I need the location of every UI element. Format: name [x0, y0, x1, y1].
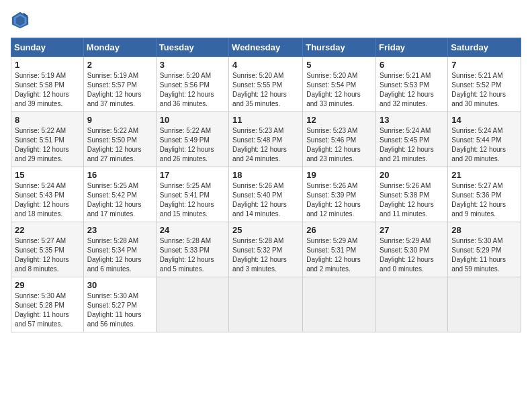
day-info: Sunrise: 5:25 AMSunset: 5:42 PMDaylight:…	[87, 181, 152, 219]
calendar-cell: 11Sunrise: 5:23 AMSunset: 5:48 PMDayligh…	[229, 112, 303, 167]
day-info: Sunrise: 5:22 AMSunset: 5:51 PMDaylight:…	[15, 126, 80, 164]
day-info: Sunrise: 5:26 AMSunset: 5:38 PMDaylight:…	[380, 181, 444, 219]
calendar-cell: 30Sunrise: 5:30 AMSunset: 5:27 PMDayligh…	[83, 277, 156, 332]
day-number: 29	[15, 280, 80, 290]
day-info: Sunrise: 5:30 AMSunset: 5:28 PMDaylight:…	[15, 291, 80, 329]
calendar-cell: 19Sunrise: 5:26 AMSunset: 5:39 PMDayligh…	[303, 167, 376, 222]
day-number: 20	[380, 170, 444, 180]
day-number: 26	[306, 225, 372, 235]
calendar-cell: 7Sunrise: 5:21 AMSunset: 5:52 PMDaylight…	[448, 57, 521, 112]
day-info: Sunrise: 5:21 AMSunset: 5:53 PMDaylight:…	[380, 71, 444, 109]
day-number: 22	[15, 225, 80, 235]
col-header-saturday: Saturday	[448, 38, 521, 57]
logo	[11, 11, 32, 30]
day-info: Sunrise: 5:27 AMSunset: 5:36 PMDaylight:…	[451, 181, 517, 219]
day-number: 13	[380, 115, 444, 125]
calendar-cell	[303, 277, 376, 332]
day-number: 1	[15, 60, 80, 70]
day-info: Sunrise: 5:19 AMSunset: 5:58 PMDaylight:…	[15, 71, 80, 109]
calendar-cell: 22Sunrise: 5:27 AMSunset: 5:35 PMDayligh…	[11, 222, 84, 277]
day-info: Sunrise: 5:22 AMSunset: 5:49 PMDaylight:…	[160, 126, 225, 164]
day-info: Sunrise: 5:25 AMSunset: 5:41 PMDaylight:…	[160, 181, 225, 219]
logo-icon	[11, 11, 30, 30]
day-info: Sunrise: 5:20 AMSunset: 5:54 PMDaylight:…	[306, 71, 372, 109]
day-number: 21	[451, 170, 517, 180]
col-header-friday: Friday	[376, 38, 448, 57]
day-number: 17	[160, 170, 225, 180]
calendar-cell	[448, 277, 521, 332]
col-header-thursday: Thursday	[303, 38, 376, 57]
calendar-cell: 21Sunrise: 5:27 AMSunset: 5:36 PMDayligh…	[448, 167, 521, 222]
calendar-cell: 3Sunrise: 5:20 AMSunset: 5:56 PMDaylight…	[156, 57, 228, 112]
calendar-cell: 12Sunrise: 5:23 AMSunset: 5:46 PMDayligh…	[303, 112, 376, 167]
day-number: 2	[87, 60, 152, 70]
day-info: Sunrise: 5:23 AMSunset: 5:46 PMDaylight:…	[306, 126, 372, 164]
calendar-cell: 6Sunrise: 5:21 AMSunset: 5:53 PMDaylight…	[376, 57, 448, 112]
calendar-cell: 8Sunrise: 5:22 AMSunset: 5:51 PMDaylight…	[11, 112, 84, 167]
calendar-cell: 9Sunrise: 5:22 AMSunset: 5:50 PMDaylight…	[83, 112, 156, 167]
calendar-cell	[229, 277, 303, 332]
day-number: 7	[451, 60, 517, 70]
day-number: 18	[232, 170, 299, 180]
calendar-cell: 10Sunrise: 5:22 AMSunset: 5:49 PMDayligh…	[156, 112, 228, 167]
week-row-3: 15Sunrise: 5:24 AMSunset: 5:43 PMDayligh…	[11, 167, 521, 222]
day-info: Sunrise: 5:22 AMSunset: 5:50 PMDaylight:…	[87, 126, 152, 164]
calendar-cell: 27Sunrise: 5:29 AMSunset: 5:30 PMDayligh…	[376, 222, 448, 277]
col-header-monday: Monday	[83, 38, 156, 57]
day-number: 16	[87, 170, 152, 180]
day-number: 8	[15, 115, 80, 125]
day-info: Sunrise: 5:30 AMSunset: 5:27 PMDaylight:…	[87, 291, 152, 329]
day-info: Sunrise: 5:23 AMSunset: 5:48 PMDaylight:…	[232, 126, 299, 164]
day-number: 28	[451, 225, 517, 235]
day-number: 30	[87, 280, 152, 290]
calendar-cell: 13Sunrise: 5:24 AMSunset: 5:45 PMDayligh…	[376, 112, 448, 167]
day-number: 12	[306, 115, 372, 125]
day-info: Sunrise: 5:24 AMSunset: 5:44 PMDaylight:…	[451, 126, 517, 164]
day-number: 24	[160, 225, 225, 235]
calendar-cell: 28Sunrise: 5:30 AMSunset: 5:29 PMDayligh…	[448, 222, 521, 277]
calendar-cell	[376, 277, 448, 332]
week-row-5: 29Sunrise: 5:30 AMSunset: 5:28 PMDayligh…	[11, 277, 521, 332]
day-number: 11	[232, 115, 299, 125]
col-header-tuesday: Tuesday	[156, 38, 228, 57]
day-info: Sunrise: 5:30 AMSunset: 5:29 PMDaylight:…	[451, 236, 517, 274]
day-number: 25	[232, 225, 299, 235]
calendar-cell: 14Sunrise: 5:24 AMSunset: 5:44 PMDayligh…	[448, 112, 521, 167]
col-header-wednesday: Wednesday	[229, 38, 303, 57]
calendar-cell: 17Sunrise: 5:25 AMSunset: 5:41 PMDayligh…	[156, 167, 228, 222]
day-info: Sunrise: 5:24 AMSunset: 5:43 PMDaylight:…	[15, 181, 80, 219]
calendar-cell: 4Sunrise: 5:20 AMSunset: 5:55 PMDaylight…	[229, 57, 303, 112]
week-row-1: 1Sunrise: 5:19 AMSunset: 5:58 PMDaylight…	[11, 57, 521, 112]
day-info: Sunrise: 5:26 AMSunset: 5:39 PMDaylight:…	[306, 181, 372, 219]
calendar-cell: 20Sunrise: 5:26 AMSunset: 5:38 PMDayligh…	[376, 167, 448, 222]
calendar-cell: 29Sunrise: 5:30 AMSunset: 5:28 PMDayligh…	[11, 277, 84, 332]
calendar-cell: 18Sunrise: 5:26 AMSunset: 5:40 PMDayligh…	[229, 167, 303, 222]
day-info: Sunrise: 5:28 AMSunset: 5:33 PMDaylight:…	[160, 236, 225, 274]
day-number: 6	[380, 60, 444, 70]
day-info: Sunrise: 5:27 AMSunset: 5:35 PMDaylight:…	[15, 236, 80, 274]
day-number: 4	[232, 60, 299, 70]
calendar-table: SundayMondayTuesdayWednesdayThursdayFrid…	[11, 38, 521, 332]
calendar-cell: 16Sunrise: 5:25 AMSunset: 5:42 PMDayligh…	[83, 167, 156, 222]
calendar-cell	[156, 277, 228, 332]
day-number: 10	[160, 115, 225, 125]
col-header-sunday: Sunday	[11, 38, 84, 57]
calendar-cell: 2Sunrise: 5:19 AMSunset: 5:57 PMDaylight…	[83, 57, 156, 112]
day-number: 14	[451, 115, 517, 125]
day-number: 15	[15, 170, 80, 180]
calendar-cell: 25Sunrise: 5:28 AMSunset: 5:32 PMDayligh…	[229, 222, 303, 277]
page-header	[11, 11, 521, 30]
day-info: Sunrise: 5:20 AMSunset: 5:55 PMDaylight:…	[232, 71, 299, 109]
day-number: 9	[87, 115, 152, 125]
day-number: 27	[380, 225, 444, 235]
day-number: 23	[87, 225, 152, 235]
day-info: Sunrise: 5:24 AMSunset: 5:45 PMDaylight:…	[380, 126, 444, 164]
day-info: Sunrise: 5:21 AMSunset: 5:52 PMDaylight:…	[451, 71, 517, 109]
day-info: Sunrise: 5:29 AMSunset: 5:31 PMDaylight:…	[306, 236, 372, 274]
day-info: Sunrise: 5:26 AMSunset: 5:40 PMDaylight:…	[232, 181, 299, 219]
calendar-cell: 23Sunrise: 5:28 AMSunset: 5:34 PMDayligh…	[83, 222, 156, 277]
day-info: Sunrise: 5:20 AMSunset: 5:56 PMDaylight:…	[160, 71, 225, 109]
day-info: Sunrise: 5:28 AMSunset: 5:32 PMDaylight:…	[232, 236, 299, 274]
calendar-cell: 5Sunrise: 5:20 AMSunset: 5:54 PMDaylight…	[303, 57, 376, 112]
day-number: 5	[306, 60, 372, 70]
